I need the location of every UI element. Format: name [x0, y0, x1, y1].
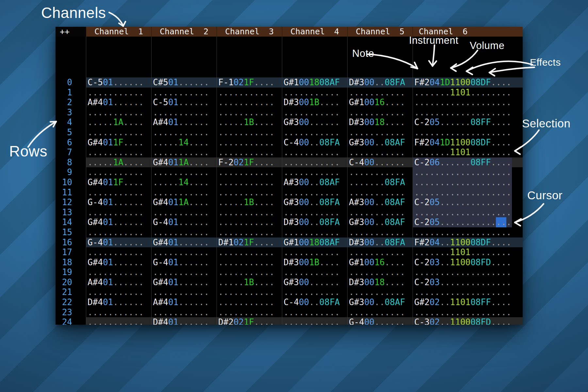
pattern-cell-ch5[interactable]: ........... [347, 267, 413, 277]
pattern-cell-ch1[interactable]: ........... [86, 107, 151, 118]
pattern-cell-ch2[interactable]: .....14.... [151, 138, 217, 148]
pattern-cell-ch1[interactable]: G-401...... [86, 197, 151, 207]
pattern-cell-ch2[interactable]: ........... [151, 147, 217, 157]
pattern-cell-ch3[interactable]: ........... [217, 147, 282, 157]
pattern-cell-ch4[interactable]: D#300..08FA [282, 217, 347, 227]
pattern-cell-ch1[interactable]: ........... [86, 227, 151, 237]
pattern-cell-ch3[interactable]: ........... [217, 287, 282, 297]
pattern-cell-ch1[interactable]: ........... [86, 287, 151, 297]
pattern-cell-ch6[interactable]: ................... [413, 97, 523, 107]
pattern-cell-ch3[interactable]: ........... [217, 297, 282, 307]
pattern-cell-ch4[interactable]: D#3001B.... [282, 257, 347, 268]
pattern-cell-ch5[interactable]: G#10016.... [347, 97, 413, 107]
pattern-cell-ch6[interactable]: ................... [413, 107, 523, 118]
pattern-cell-ch3[interactable]: ........... [217, 177, 282, 188]
pattern-cell-ch3[interactable]: ........... [217, 217, 282, 227]
pattern-cell-ch1[interactable]: ........... [86, 317, 151, 325]
pattern-cell-ch6[interactable]: ................... [413, 307, 523, 318]
pattern-cell-ch4[interactable]: ........... [282, 188, 347, 198]
pattern-cell-ch6[interactable]: C-203.............. [413, 277, 523, 287]
pattern-cell-ch1[interactable]: G#4011F.... [86, 177, 151, 188]
pattern-cell-ch1[interactable]: ........... [86, 207, 151, 218]
pattern-cell-ch3[interactable]: D#1021F.... [217, 237, 282, 248]
pattern-cell-ch4[interactable]: A#300..08AF [282, 177, 347, 188]
pattern-cell-ch1[interactable]: .....1A.... [86, 117, 151, 127]
pattern-cell-ch4[interactable]: ........... [282, 147, 347, 157]
pattern-cell-ch4[interactable]: ........... [282, 107, 347, 118]
pattern-cell-ch6[interactable]: ................... [413, 127, 523, 138]
pattern-cell-ch2[interactable]: ........... [151, 227, 217, 237]
pattern-cell-ch4[interactable]: ........... [282, 167, 347, 177]
channel-header-2[interactable]: Channel 2 [151, 27, 217, 37]
pattern-cell-ch1[interactable]: D#401...... [86, 297, 151, 307]
pattern-cell-ch5[interactable]: D#300..08FA [347, 77, 413, 88]
pattern-cell-ch4[interactable]: ........... [282, 317, 347, 325]
pattern-cell-ch2[interactable]: ........... [151, 188, 217, 198]
pattern-cell-ch3[interactable]: D#2021F.... [217, 317, 282, 325]
pattern-cell-ch1[interactable]: ........... [86, 147, 151, 157]
pattern-cell-ch6[interactable]: .......1101........ [413, 88, 523, 98]
pattern-cell-ch3[interactable]: ........... [217, 107, 282, 118]
pattern-cell-ch4[interactable]: ........... [282, 287, 347, 297]
pattern-cell-ch5[interactable]: D#300..08FA [347, 237, 413, 248]
pattern-cell-ch5[interactable]: G#300..08AF [347, 297, 413, 307]
pattern-cell-ch3[interactable]: .....1B.... [217, 117, 282, 127]
pattern-cell-ch1[interactable]: G#4011F.... [86, 138, 151, 148]
pattern-cell-ch1[interactable]: G-401...... [86, 237, 151, 248]
pattern-cell-ch4[interactable]: G#300...... [282, 117, 347, 127]
pattern-cell-ch6[interactable]: ................... [413, 267, 523, 277]
pattern-cell-ch6[interactable]: C-205.............. [413, 217, 523, 227]
pattern-cell-ch3[interactable]: ........... [217, 188, 282, 198]
pattern-cell-ch5[interactable]: ........... [347, 188, 413, 198]
pattern-cell-ch3[interactable]: ........... [217, 207, 282, 218]
pattern-cell-ch5[interactable]: G#300..08AF [347, 217, 413, 227]
pattern-cell-ch4[interactable]: C-400..08FA [282, 138, 347, 148]
pattern-cell-ch6[interactable]: .......1101........ [413, 247, 523, 257]
pattern-cell-ch5[interactable]: ........... [347, 247, 413, 257]
pattern-cell-ch3[interactable]: ........... [217, 257, 282, 268]
pattern-cell-ch5[interactable]: ........... [347, 167, 413, 177]
pattern-cell-ch3[interactable]: F-1021F.... [217, 77, 282, 88]
pattern-cell-ch4[interactable]: G#300..08FA [282, 197, 347, 207]
pattern-cell-ch3[interactable]: ........... [217, 97, 282, 107]
pattern-cell-ch2[interactable]: G#401...... [151, 237, 217, 248]
pattern-cell-ch6[interactable]: .......1101........ [413, 147, 523, 157]
pattern-cell-ch2[interactable]: ........... [151, 88, 217, 98]
pattern-cell-ch1[interactable]: ........... [86, 267, 151, 277]
pattern-cell-ch4[interactable]: ........... [282, 127, 347, 138]
pattern-cell-ch5[interactable]: ........... [347, 227, 413, 237]
pattern-cell-ch5[interactable]: G#300..08AF [347, 138, 413, 148]
pattern-corner-cell[interactable]: ++ [56, 27, 86, 37]
pattern-cell-ch2[interactable]: ........... [151, 127, 217, 138]
pattern-cell-ch2[interactable]: G#4011A.... [151, 197, 217, 207]
pattern-cell-ch4[interactable]: ........... [282, 157, 347, 168]
channel-header-1[interactable]: Channel 1 [86, 27, 151, 37]
pattern-cell-ch2[interactable]: A#401...... [151, 297, 217, 307]
pattern-cell-ch1[interactable]: A#401...... [86, 97, 151, 107]
pattern-cell-ch1[interactable]: ........... [86, 88, 151, 98]
pattern-cell-ch1[interactable]: ........... [86, 127, 151, 138]
pattern-cell-ch3[interactable]: .....1B.... [217, 197, 282, 207]
pattern-cell-ch3[interactable]: ........... [217, 307, 282, 318]
pattern-cell-ch2[interactable]: .....14.... [151, 177, 217, 188]
pattern-cell-ch6[interactable]: ................... [413, 167, 523, 177]
pattern-cell-ch2[interactable]: D#401...... [151, 317, 217, 325]
pattern-cell-ch6[interactable]: F#204..110008DF.... [413, 237, 523, 248]
pattern-cell-ch4[interactable]: C-400..08FA [282, 297, 347, 307]
pattern-cell-ch6[interactable]: C-205......08FF.... [413, 117, 523, 127]
pattern-cell-ch2[interactable]: C#501...... [151, 77, 217, 88]
pattern-cell-ch1[interactable]: C-501...... [86, 77, 151, 88]
pattern-cell-ch6[interactable]: C-206......08FF.... [413, 157, 523, 168]
pattern-cell-ch6[interactable]: ................... [413, 227, 523, 237]
pattern-cell-ch4[interactable]: G#1001808AF [282, 237, 347, 248]
pattern-cell-ch5[interactable]: ........... [347, 127, 413, 138]
pattern-cell-ch6[interactable]: C-302..110008FD.... [413, 317, 523, 325]
pattern-cell-ch5[interactable]: ........... [347, 147, 413, 157]
pattern-cell-ch1[interactable]: G#401...... [86, 217, 151, 227]
pattern-cell-ch5[interactable]: C-400...... [347, 157, 413, 168]
pattern-cell-ch4[interactable]: G#1001808AF [282, 77, 347, 88]
pattern-cell-ch4[interactable]: ........... [282, 207, 347, 218]
pattern-cell-ch4[interactable]: ........... [282, 88, 347, 98]
channel-header-4[interactable]: Channel 4 [282, 27, 347, 37]
pattern-cell-ch2[interactable]: A#401...... [151, 117, 217, 127]
